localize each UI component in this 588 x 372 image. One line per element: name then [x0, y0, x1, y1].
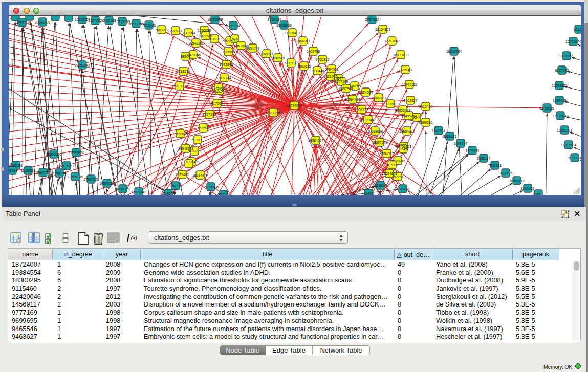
- svg-text:1364093: 1364093: [296, 39, 310, 43]
- svg-text:5498222: 5498222: [188, 149, 202, 153]
- svg-text:16136141: 16136141: [373, 184, 388, 187]
- svg-text:19218506: 19218506: [276, 24, 292, 27]
- svg-text:153594: 153594: [198, 126, 209, 130]
- svg-text:18724007: 18724007: [287, 104, 302, 107]
- svg-text:12213389: 12213389: [172, 84, 187, 88]
- svg-text:17957225: 17957225: [83, 178, 99, 181]
- svg-text:6794028: 6794028: [325, 68, 339, 71]
- svg-text:11121: 11121: [574, 28, 581, 31]
- svg-text:39154: 39154: [9, 169, 17, 172]
- svg-text:9777169: 9777169: [335, 80, 349, 83]
- svg-text:7986372: 7986372: [355, 108, 368, 112]
- svg-text:597833: 597833: [192, 138, 204, 142]
- svg-text:7663822: 7663822: [155, 28, 169, 32]
- svg-text:8454749: 8454749: [246, 47, 260, 50]
- svg-text:10543362: 10543362: [188, 41, 204, 45]
- svg-text:9645: 9645: [399, 147, 407, 151]
- svg-text:19384554: 19384554: [308, 139, 323, 142]
- svg-text:16782759: 16782759: [115, 187, 130, 191]
- svg-text:8186328: 8186328: [208, 37, 222, 41]
- svg-text:1615132: 1615132: [385, 163, 399, 167]
- svg-text:9115460: 9115460: [419, 105, 432, 108]
- svg-text:10807487: 10807487: [371, 96, 386, 100]
- svg-text:19166825: 19166825: [172, 132, 188, 136]
- svg-text:15716485: 15716485: [203, 185, 219, 189]
- svg-text:2803144: 2803144: [217, 76, 231, 80]
- svg-text:10688609: 10688609: [367, 129, 383, 133]
- svg-text:4535051: 4535051: [9, 164, 23, 167]
- svg-text:16120746: 16120746: [390, 159, 405, 163]
- svg-text:1440954: 1440954: [432, 129, 446, 133]
- svg-text:9699695: 9699695: [419, 121, 433, 124]
- svg-text:2935114: 2935114: [477, 157, 490, 160]
- svg-text:9129966: 9129966: [560, 54, 574, 58]
- svg-text:14055714: 14055714: [14, 21, 30, 25]
- svg-text:16154808: 16154808: [375, 28, 390, 31]
- svg-text:8912954: 8912954: [182, 31, 195, 35]
- svg-text:12923448: 12923448: [131, 190, 146, 194]
- svg-text:98901: 98901: [181, 55, 191, 58]
- svg-text:10973493: 10973493: [393, 53, 408, 57]
- svg-text:62160: 62160: [386, 102, 396, 106]
- svg-text:8990448: 8990448: [311, 69, 324, 73]
- svg-text:9146821: 9146821: [260, 52, 274, 56]
- svg-text:1733426: 1733426: [396, 187, 410, 191]
- svg-text:9242848: 9242848: [220, 63, 233, 67]
- svg-text:10958187: 10958187: [99, 182, 115, 185]
- svg-text:10853267: 10853267: [75, 18, 90, 21]
- svg-text:546: 546: [232, 37, 238, 41]
- svg-text:7955812: 7955812: [316, 58, 330, 61]
- svg-text:15692971: 15692971: [557, 128, 572, 132]
- svg-text:7632621: 7632621: [488, 164, 502, 167]
- svg-text:20975867: 20975867: [59, 164, 74, 168]
- svg-text:7515526: 7515526: [142, 24, 156, 27]
- svg-text:7857224: 7857224: [227, 24, 241, 28]
- svg-text:1145194: 1145194: [53, 171, 66, 175]
- svg-text:20691406: 20691406: [35, 20, 50, 24]
- svg-text:17016504: 17016504: [561, 143, 576, 147]
- svg-text:16648784: 16648784: [446, 50, 462, 53]
- svg-text:8813054: 8813054: [268, 18, 281, 21]
- svg-text:104511: 104511: [533, 192, 544, 195]
- svg-text:12975115: 12975115: [402, 83, 417, 86]
- svg-text:6961758: 6961758: [307, 50, 320, 53]
- svg-text:16099489: 16099489: [184, 160, 199, 164]
- svg-text:20206536: 20206536: [46, 152, 61, 156]
- svg-text:10654112: 10654112: [509, 179, 525, 183]
- svg-text:1244419: 1244419: [553, 99, 567, 102]
- svg-text:11156829: 11156829: [20, 169, 35, 172]
- svg-text:1588520: 1588520: [271, 56, 285, 60]
- svg-text:252254: 252254: [392, 175, 404, 179]
- svg-text:18300295: 18300295: [266, 111, 281, 115]
- svg-text:8215955: 8215955: [540, 106, 554, 110]
- svg-text:(x): (x): [131, 234, 138, 241]
- svg-text:917004: 917004: [211, 102, 223, 105]
- svg-text:19654923: 19654923: [399, 129, 415, 133]
- svg-text:17359924: 17359924: [69, 151, 84, 155]
- svg-text:9084067: 9084067: [380, 152, 394, 156]
- svg-text:16210643: 16210643: [553, 114, 568, 118]
- svg-text:7625402: 7625402: [176, 173, 189, 177]
- svg-text:6679197: 6679197: [454, 142, 468, 145]
- svg-text:104677: 104677: [163, 192, 175, 195]
- svg-text:10719155: 10719155: [115, 20, 130, 24]
- svg-text:12942737: 12942737: [35, 171, 51, 174]
- svg-text:8660124: 8660124: [169, 29, 183, 33]
- svg-text:6497568: 6497568: [339, 87, 353, 91]
- svg-text:5822037: 5822037: [285, 61, 298, 65]
- svg-text:8938923: 8938923: [443, 135, 457, 138]
- svg-text:9245652: 9245652: [521, 187, 535, 190]
- svg-text:12093822: 12093822: [552, 84, 567, 87]
- svg-text:15751074: 15751074: [565, 40, 581, 43]
- svg-text:16671355: 16671355: [128, 22, 144, 26]
- svg-text:8471676: 8471676: [499, 171, 513, 175]
- svg-text:10025433: 10025433: [395, 108, 410, 112]
- svg-text:12505135: 12505135: [68, 175, 83, 179]
- svg-text:1745927: 1745927: [212, 86, 226, 90]
- svg-text:9474444: 9474444: [466, 149, 480, 152]
- svg-text:1167534: 1167534: [568, 156, 581, 160]
- svg-text:18807249: 18807249: [372, 141, 387, 144]
- svg-text:95717: 95717: [219, 193, 229, 195]
- svg-text:2718176: 2718176: [177, 70, 190, 73]
- svg-text:11325419: 11325419: [285, 31, 300, 35]
